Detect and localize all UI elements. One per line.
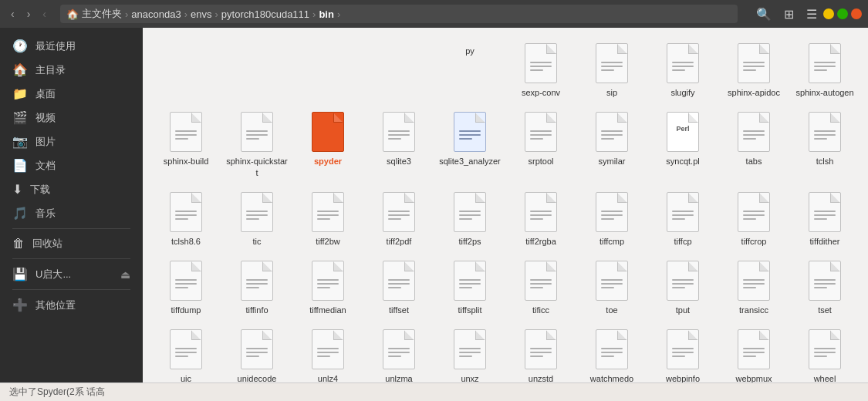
list-item[interactable]: sphinx-build (152, 106, 220, 183)
file-icon (380, 110, 417, 153)
list-item[interactable]: tiffcp (649, 186, 717, 251)
breadcrumb-pytorch[interactable]: pytorch180cuda111 (221, 8, 309, 20)
list-item[interactable]: wheel (791, 323, 859, 382)
sidebar-item-trash[interactable]: 🗑 回收站 (0, 232, 143, 255)
list-item[interactable]: transicc (720, 254, 788, 320)
menu-icon[interactable]: ☰ (803, 4, 820, 25)
file-line (530, 69, 543, 71)
file-line (814, 134, 836, 136)
file-line (672, 279, 694, 281)
breadcrumb-bin[interactable]: bin (319, 8, 334, 20)
sidebar-item-other[interactable]: ➕ 其他位置 (0, 293, 143, 317)
sidebar-item-video[interactable]: 🎬 视频 (0, 106, 143, 130)
list-item[interactable]: tiffsplit (436, 254, 504, 320)
breadcrumb-home[interactable]: 主文件夹 (82, 7, 122, 21)
list-item[interactable]: tabs (720, 106, 788, 183)
file-lines (525, 337, 556, 362)
list-item[interactable]: unxz (436, 323, 504, 382)
list-item[interactable]: tclsh8.6 (152, 186, 220, 251)
list-item[interactable]: unidecode (223, 323, 291, 382)
sidebar-item-desktop[interactable]: 📁 桌面 (0, 82, 143, 106)
list-item[interactable]: unlz4 (294, 323, 362, 382)
list-item[interactable]: sphinx-autogen (791, 37, 859, 103)
list-item[interactable]: tset (791, 254, 859, 320)
generic-file-shape (667, 329, 699, 369)
list-item[interactable]: unlzma (365, 323, 433, 382)
sidebar-item-downloads[interactable]: ⬇ 下载 (0, 177, 143, 201)
list-item[interactable]: toe (578, 254, 646, 320)
maximize-button[interactable] (837, 8, 848, 19)
list-item[interactable]: watchmedo (578, 323, 646, 382)
sidebar-item-home[interactable]: 🏠 主目录 (0, 58, 143, 82)
nav-history-back-button[interactable]: ‹ (38, 5, 51, 23)
list-item[interactable]: tiff2rgba (507, 186, 575, 251)
list-item[interactable]: tiffdump (152, 254, 220, 320)
downloads-icon: ⬇ (12, 182, 22, 197)
list-item[interactable]: tic (223, 186, 291, 251)
file-line (388, 356, 401, 357)
list-item[interactable]: srptool (507, 106, 575, 183)
sidebar-item-music[interactable]: 🎵 音乐 (0, 201, 143, 225)
file-lines (383, 337, 414, 362)
file-line (388, 130, 410, 132)
list-item[interactable]: tiffdither (791, 186, 859, 251)
file-icon (664, 190, 701, 234)
list-item[interactable]: Perl syncqt.pl (649, 106, 717, 183)
file-line (175, 352, 197, 353)
breadcrumb-sep-2: › (184, 8, 187, 20)
list-item[interactable]: tiffcrop (720, 186, 788, 251)
list-item[interactable]: tiffinfo (223, 254, 291, 320)
minimize-button[interactable] (823, 8, 834, 19)
list-item[interactable]: tclsh (791, 106, 859, 183)
list-item[interactable]: webpmux (720, 323, 788, 382)
file-line (814, 130, 836, 132)
list-item[interactable]: tiff2pdf (365, 186, 433, 251)
file-line (814, 66, 836, 67)
file-line (317, 211, 339, 212)
list-item[interactable]: tiffcmp (578, 186, 646, 251)
sidebar-divider-2 (12, 258, 130, 259)
list-item[interactable]: webpinfo (649, 323, 717, 382)
sidebar-item-usb[interactable]: 💾 U启大... ⏏ (0, 262, 143, 286)
list-item[interactable]: tput (649, 254, 717, 320)
file-grid: py sexp-conv (152, 37, 859, 382)
close-button[interactable] (851, 8, 862, 19)
file-line (459, 352, 481, 353)
sidebar-item-documents[interactable]: 📄 文档 (0, 153, 143, 177)
nav-forward-button[interactable]: › (22, 5, 35, 23)
file-lines (312, 268, 343, 293)
nav-back-button[interactable]: ‹ (6, 5, 19, 23)
breadcrumb-envs[interactable]: envs (191, 8, 211, 20)
breadcrumb-anaconda3[interactable]: anaconda3 (131, 8, 181, 20)
file-line (175, 130, 197, 132)
file-line (459, 214, 481, 216)
file-lines (454, 268, 485, 293)
search-icon[interactable]: 🔍 (753, 4, 775, 25)
list-item[interactable]: unzstd (507, 323, 575, 382)
list-item[interactable]: tiff2ps (436, 186, 504, 251)
list-item[interactable]: sqlite3_analyzer (436, 106, 504, 183)
file-line (388, 138, 401, 140)
list-item[interactable]: sqlite3 (365, 106, 433, 183)
sidebar-item-recent[interactable]: 🕐 最近使用 (0, 34, 143, 58)
list-item[interactable]: tiffmedian (294, 254, 362, 320)
list-item[interactable]: sexp-conv (507, 37, 575, 103)
file-line (814, 348, 836, 349)
list-item[interactable]: sphinx-apidoc (720, 37, 788, 103)
list-item[interactable]: symilar (578, 106, 646, 183)
sidebar-item-pictures[interactable]: 📷 图片 (0, 130, 143, 153)
eject-icon[interactable]: ⏏ (120, 268, 130, 281)
sidebar-label-documents: 文档 (35, 159, 56, 173)
list-item[interactable]: tificc (507, 254, 575, 320)
list-item[interactable]: spyder (294, 106, 362, 183)
file-name: tic (253, 236, 262, 247)
file-line (672, 352, 694, 353)
list-item[interactable]: sphinx-quickstart (223, 106, 291, 183)
list-item[interactable]: sip (578, 37, 646, 103)
file-icon (167, 328, 204, 371)
list-item[interactable]: slugify (649, 37, 717, 103)
list-item[interactable]: tiffset (365, 254, 433, 320)
view-options-icon[interactable]: ⊞ (781, 4, 797, 25)
list-item[interactable]: tiff2bw (294, 186, 362, 251)
list-item[interactable]: uic (152, 323, 220, 382)
